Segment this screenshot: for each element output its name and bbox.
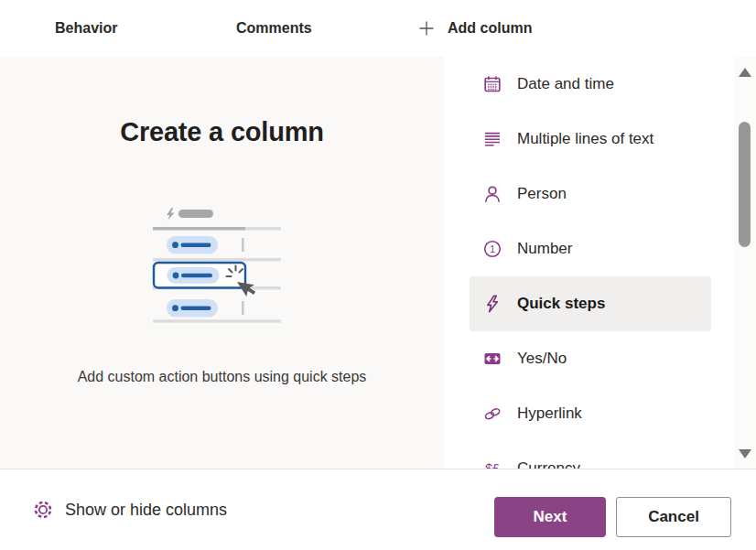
create-column-pane: Create a column xyxy=(0,57,444,469)
tab-comments-label: Comments xyxy=(236,20,312,37)
column-type-label: Multiple lines of text xyxy=(517,130,653,148)
column-type-quick-steps[interactable]: Quick steps xyxy=(470,276,711,331)
column-type-multiple-lines-of-text[interactable]: Multiple lines of text xyxy=(470,112,711,167)
column-type-date-and-time[interactable]: Date and time xyxy=(470,57,711,112)
cancel-button[interactable]: Cancel xyxy=(616,497,731,537)
command-bar: Behavior Comments Add column xyxy=(0,0,756,57)
column-type-list: Date and time Multiple lines of text xyxy=(470,57,711,469)
plus-icon xyxy=(418,20,435,37)
currency-icon: $£ xyxy=(482,458,502,469)
gear-icon xyxy=(33,500,53,520)
scroll-thumb[interactable] xyxy=(739,122,751,247)
scrollbar[interactable] xyxy=(734,57,756,469)
column-type-flyout: Date and time Multiple lines of text xyxy=(444,57,756,469)
tab-comments[interactable]: Comments xyxy=(236,0,312,57)
next-button[interactable]: Next xyxy=(494,497,606,537)
show-or-hide-columns-button[interactable]: Show or hide columns xyxy=(33,469,227,550)
quick-steps-illustration xyxy=(148,202,286,323)
column-type-label: Quick steps xyxy=(517,295,605,313)
column-type-label: Yes/No xyxy=(517,350,567,368)
add-column-label: Add column xyxy=(448,20,532,37)
yes-no-icon xyxy=(482,349,502,369)
column-type-label: Hyperlink xyxy=(517,404,582,423)
column-type-label: Date and time xyxy=(517,75,614,93)
scroll-up-button[interactable] xyxy=(739,68,751,77)
hyperlink-icon xyxy=(482,404,502,424)
column-type-number[interactable]: 1 Number xyxy=(470,221,711,276)
column-type-label: Currency xyxy=(517,459,580,469)
create-column-panel: Create a column xyxy=(0,57,756,469)
column-type-description: Add custom action buttons using quick st… xyxy=(0,369,444,385)
number-icon-digit: 1 xyxy=(490,243,495,254)
calendar-icon xyxy=(482,74,502,94)
number-icon: 1 xyxy=(482,239,502,259)
lightning-icon xyxy=(482,294,502,314)
multiline-text-icon xyxy=(482,129,502,149)
column-type-hyperlink[interactable]: Hyperlink xyxy=(470,386,711,441)
tab-behavior[interactable]: Behavior xyxy=(55,0,117,57)
page-title: Create a column xyxy=(0,117,444,147)
column-type-label: Person xyxy=(517,185,567,203)
column-type-yes-no[interactable]: Yes/No xyxy=(470,331,711,386)
currency-icon-glyphs: $£ xyxy=(485,461,500,469)
scroll-down-button[interactable] xyxy=(739,449,751,458)
column-type-label: Number xyxy=(517,240,572,258)
column-type-currency[interactable]: $£ Currency xyxy=(470,441,711,469)
person-icon xyxy=(482,184,502,204)
footer-buttons: Next Cancel xyxy=(494,497,731,537)
dialog-footer: Show or hide columns Next Cancel xyxy=(0,469,756,550)
column-type-person[interactable]: Person xyxy=(470,167,711,221)
tab-behavior-label: Behavior xyxy=(55,20,117,37)
add-column-button[interactable]: Add column xyxy=(418,0,532,57)
show-or-hide-columns-label: Show or hide columns xyxy=(65,501,227,520)
